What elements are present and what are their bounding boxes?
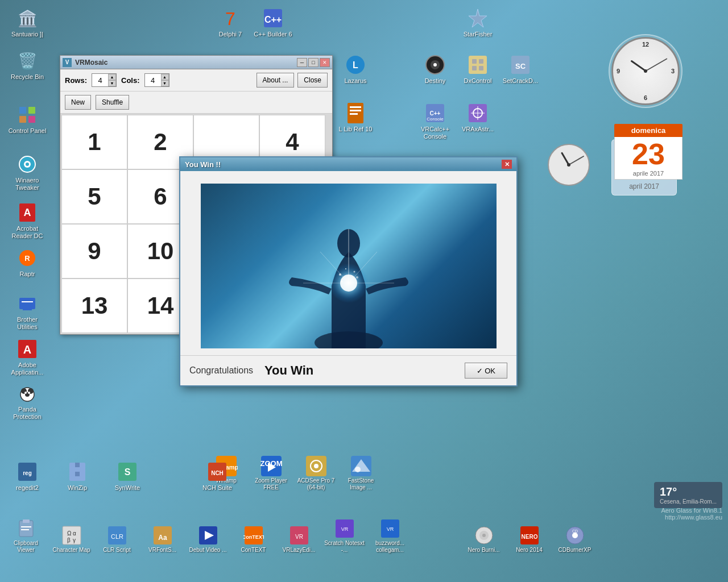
desktop-icon-vraxastr[interactable]: VRAxAstr... <box>455 99 500 135</box>
desktop-icon-adobe[interactable]: A Adobe Applicatin... <box>5 335 50 379</box>
svg-point-61 <box>356 276 358 278</box>
svg-marker-25 <box>469 9 487 27</box>
taskbar-cdburnerxp[interactable]: CD CDBurnerXP <box>553 524 596 554</box>
month-year: april 2017 <box>617 182 672 190</box>
acrobat-icon: A <box>16 201 39 224</box>
svg-rect-2 <box>19 116 26 123</box>
italian-cal-widget: domenica 23 aprile 2017 <box>614 124 682 180</box>
taskbar-icon-label: WinZip <box>68 484 87 492</box>
taskbar-zoom-player[interactable]: ZOOM Zoom Player FREE <box>250 455 292 491</box>
desktop-icon-setcrack[interactable]: SC SetCrackD... <box>498 51 543 87</box>
taskbar-synwrite[interactable]: S SynWrite <box>105 458 150 494</box>
cal-header: domenica <box>614 124 682 137</box>
minimize-button[interactable]: ─ <box>297 58 307 67</box>
svg-text:A: A <box>24 207 31 218</box>
taskbar-vrlazyedi[interactable]: VR VRLazyEdi... <box>278 524 320 554</box>
desktop-icon-cpp[interactable]: C++ C++ Builder 6 <box>250 5 296 40</box>
taskbar-acdsee[interactable]: ACDSee Pro 7 (64-bit) <box>295 455 337 491</box>
desktop-icon-label: VRAxAstr... <box>462 126 494 133</box>
desktop-icon-panda[interactable]: Panda Protection <box>5 380 50 423</box>
taskbar-winzip[interactable]: WinZip <box>55 458 100 494</box>
close-dialog-button[interactable]: Close <box>297 73 328 88</box>
destiny-icon <box>424 53 446 76</box>
shuffle-button[interactable]: Shuffle <box>96 95 129 110</box>
taskbar-icon-label: Scratch Notesxt -... <box>323 540 366 554</box>
svg-rect-3 <box>28 116 35 123</box>
grid-cell-1[interactable]: 1 <box>61 115 127 169</box>
weather-widget: 17° Cesena, Emilia-Rom... <box>654 482 722 508</box>
bottom-row2: Clipboard Viewer Ωαβγ Character Map CLR … <box>5 517 596 554</box>
desktop-icon-control-panel[interactable]: Control Panel <box>5 101 50 137</box>
taskbar-vrfonts[interactable]: Aa VRFontS... <box>141 524 184 554</box>
desktop-icon-dxcontrol[interactable]: DxControl <box>455 51 500 87</box>
vrmosaic-titlebar[interactable]: V VRMosaic ─ □ ✕ <box>60 56 332 69</box>
desktop-icon-raptr[interactable]: R Raptr <box>5 244 50 280</box>
desktop-icon-santuario[interactable]: 🏛️ Santuario ]| <box>5 5 50 40</box>
desktop-icon-lazarus[interactable]: L Lazarus <box>333 51 378 87</box>
libref-icon <box>344 102 367 124</box>
desktop-icon-label: VRCalc++ Console <box>415 126 456 140</box>
desktop-icon-winaero[interactable]: Winaero Tweaker <box>5 151 50 194</box>
rows-input[interactable] <box>92 74 108 86</box>
desktop-icon-label: Winaero Tweaker <box>7 177 48 192</box>
close-button[interactable]: ✕ <box>320 58 330 67</box>
desktop-icon-destiny[interactable]: Destiny <box>412 51 458 87</box>
taskbar-buzzword[interactable]: VR buzzword... collegam... <box>369 517 411 554</box>
grid-cell-13[interactable]: 13 <box>61 278 127 333</box>
svg-text:R: R <box>24 254 30 263</box>
rows-down-arrow[interactable]: ▼ <box>108 80 116 86</box>
new-button[interactable]: New <box>65 95 91 110</box>
analog-clock: 12 3 6 9 <box>609 34 682 108</box>
svg-rect-81 <box>75 463 80 467</box>
rows-up-arrow[interactable]: ▲ <box>108 74 116 80</box>
taskbar-charmap[interactable]: Ωαβγ Character Map <box>50 524 93 554</box>
vrlazyedi-icon: VR <box>288 524 311 547</box>
desktop-icon-delphi[interactable]: 7 Delphi 7 <box>208 5 253 40</box>
svg-rect-39 <box>350 106 361 108</box>
desktop-icon-label: DxControl <box>464 77 492 85</box>
taskbar-regedit2[interactable]: reg regedit2 <box>5 458 50 494</box>
taskbar-nero2014[interactable]: NERO Nero 2014 <box>508 524 551 554</box>
taskbar-clipboard[interactable]: Clipboard Viewer <box>5 517 47 554</box>
rows-spinner[interactable]: ▲ ▼ <box>92 73 117 87</box>
nero-burni-icon <box>473 524 495 547</box>
svg-text:γ: γ <box>73 537 76 543</box>
taskbar-faststone[interactable]: FastStone Image ... <box>340 455 382 491</box>
youwin-close-button[interactable]: ✕ <box>502 160 512 169</box>
taskbar-nch[interactable]: NCH NCH Suite <box>195 458 240 494</box>
weather-temperature: 17° <box>660 485 717 498</box>
desktop-icon-starfisher[interactable]: StarFisher <box>455 5 500 40</box>
svg-point-74 <box>314 464 318 468</box>
desktop-icon-brother[interactable]: Brother Utilities <box>5 290 50 333</box>
grid-cell-9[interactable]: 9 <box>61 224 127 278</box>
desktop-icon-label: Panda Protection <box>7 406 48 421</box>
youwin-titlebar: You Win !! ✕ <box>180 157 516 171</box>
acdsee-icon <box>305 455 328 477</box>
desktop-icon-recycle-bin[interactable]: 🗑️ Recycle Bin <box>5 47 50 83</box>
about-button[interactable]: About ... <box>257 73 295 88</box>
svg-text:CLR: CLR <box>110 533 123 540</box>
cols-up-arrow[interactable]: ▲ <box>161 74 169 80</box>
svg-text:C++: C++ <box>430 110 441 117</box>
aero-glass-watermark: Aero Glass for Win8.1 http://www.glass8.… <box>661 507 722 521</box>
desktop-icon-acrobat[interactable]: A Acrobat Reader DC <box>5 199 50 242</box>
desktop-icon-libref[interactable]: L Lib Ref 10 <box>333 99 378 135</box>
cols-down-arrow[interactable]: ▼ <box>161 80 169 86</box>
clrscript-icon: CLR <box>106 524 129 547</box>
ok-button[interactable]: ✓ OK <box>465 363 507 379</box>
taskbar-scratch[interactable]: VR Scratch Notesxt -... <box>323 517 366 554</box>
taskbar-icon-label: CLR Script <box>103 547 130 554</box>
taskbar-context[interactable]: ConTEXT ConTEXT <box>232 524 275 554</box>
desktop-icon-vrcalc[interactable]: C++Console VRCalc++ Console <box>412 99 458 143</box>
svg-rect-13 <box>22 301 33 302</box>
cols-input[interactable] <box>145 74 161 86</box>
taskbar-nero-burni[interactable]: Nero Burni... <box>462 524 505 554</box>
taskbar-debut[interactable]: Debut Video ... <box>187 524 229 554</box>
maximize-button[interactable]: □ <box>308 58 318 67</box>
grid-cell-5[interactable]: 5 <box>61 169 127 224</box>
vrmosaic-title-icon: V <box>63 58 72 67</box>
cdburnerxp-icon: CD <box>564 524 586 547</box>
taskbar-clrscript[interactable]: CLR CLR Script <box>96 524 138 554</box>
cols-spinner[interactable]: ▲ ▼ <box>144 73 169 87</box>
svg-point-20 <box>24 392 27 394</box>
